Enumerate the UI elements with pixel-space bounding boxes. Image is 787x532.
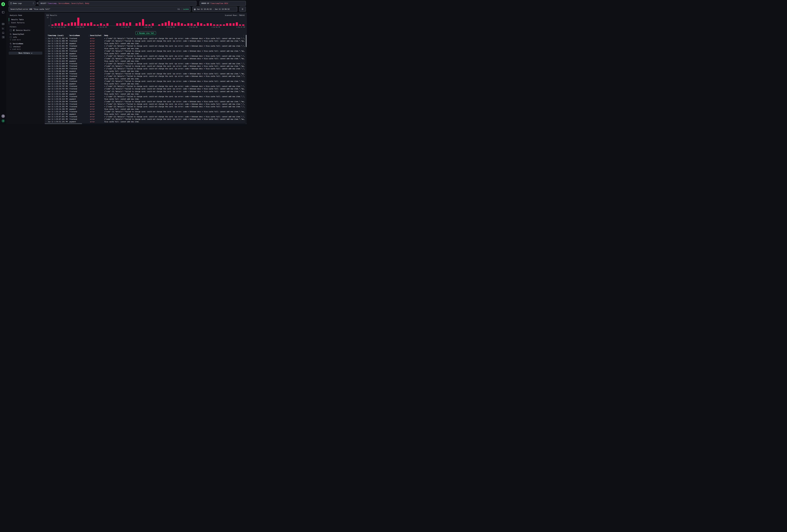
expand-chevron-icon[interactable] <box>45 96 48 97</box>
histogram-bar[interactable] <box>223 24 225 26</box>
expand-chevron-icon[interactable] <box>45 40 48 42</box>
histogram-bar[interactable] <box>187 23 189 26</box>
time-range-picker[interactable]: Jun 11 13:41:52 - Jun 11 13:56:52 <box>192 7 237 12</box>
source-settings-gear-icon[interactable]: ⚙ <box>37 2 39 4</box>
results-histogram[interactable] <box>51 18 245 26</box>
histogram-bar[interactable] <box>152 23 154 26</box>
mode-event-patterns[interactable]: Event Patterns <box>9 21 43 24</box>
log-row[interactable]: Jun 11 1:56:08.955 PM frontend error {"c… <box>45 72 246 75</box>
histogram-bar[interactable] <box>64 24 66 26</box>
search-icon[interactable] <box>10 43 12 45</box>
app-logo[interactable] <box>1 2 5 6</box>
histogram-bar[interactable] <box>139 22 141 26</box>
histogram-bar[interactable] <box>103 24 105 26</box>
expand-chevron-icon[interactable] <box>45 78 48 80</box>
log-row[interactable]: Jun 11 1:55:51.448 PM payment error Visa… <box>45 93 246 95</box>
expand-chevron-icon[interactable] <box>45 121 48 123</box>
log-row[interactable]: Jun 11 1:55:39.330 PM frontend error {"c… <box>45 100 246 103</box>
expand-chevron-icon[interactable] <box>45 98 48 100</box>
column-resize-handle[interactable] <box>68 35 68 37</box>
histogram-bar[interactable] <box>106 23 108 26</box>
help-button[interactable]: ? <box>1 114 5 118</box>
log-row[interactable]: Jun 11 1:56:42.995 PM payment error Visa… <box>45 47 246 50</box>
histogram-bar[interactable] <box>216 24 218 26</box>
histogram-bar[interactable] <box>129 22 131 26</box>
histogram-bar[interactable] <box>97 24 99 26</box>
expand-chevron-icon[interactable] <box>45 119 48 120</box>
log-row[interactable]: Jun 11 1:56:08.956 PM frontend error × {… <box>45 67 246 70</box>
select-clause-input[interactable]: SELECT Timestamp, ServiceName, SeverityT… <box>39 1 196 6</box>
expand-chevron-icon[interactable] <box>45 81 48 82</box>
histogram-bar[interactable] <box>123 22 125 26</box>
filter-option-checkout[interactable]: checkout <box>10 46 42 48</box>
log-row[interactable]: Jun 11 1:55:51.454 PM frontend error × {… <box>45 95 246 98</box>
log-row[interactable]: Jun 11 1:56:03.254 PM frontend error × {… <box>45 75 246 78</box>
log-row[interactable]: Jun 11 1:56:32.849 PM frontend error × {… <box>45 62 246 65</box>
histogram-bar[interactable] <box>219 24 221 26</box>
histogram-bar[interactable] <box>93 24 95 26</box>
histogram-bar[interactable] <box>226 23 228 26</box>
histogram-bar[interactable] <box>177 22 179 26</box>
expand-chevron-icon[interactable] <box>45 60 48 62</box>
expand-chevron-icon[interactable] <box>45 93 48 95</box>
expand-chevron-icon[interactable] <box>45 113 48 115</box>
expand-chevron-icon[interactable] <box>45 43 48 44</box>
horizontal-scrollbar-thumb[interactable] <box>45 123 82 124</box>
histogram-bar[interactable] <box>61 22 63 26</box>
log-row[interactable]: Jun 11 1:55:51.452 PM frontend error {"c… <box>45 90 246 93</box>
histogram-bar[interactable] <box>242 24 244 26</box>
log-row[interactable]: Jun 11 1:55:59.760 PM payment error Visa… <box>45 83 246 85</box>
log-row[interactable]: Jun 11 1:56:03.248 PM payment error Visa… <box>45 78 246 80</box>
expand-chevron-icon[interactable] <box>45 83 48 85</box>
load-more-severitytext[interactable]: Load more <box>10 39 42 41</box>
denoise-checkbox[interactable] <box>10 29 12 31</box>
search-icon[interactable] <box>10 34 12 35</box>
expand-chevron-icon[interactable] <box>45 68 48 69</box>
expand-chevron-icon[interactable] <box>45 48 48 49</box>
histogram-bar[interactable] <box>229 23 231 26</box>
histogram-bar[interactable] <box>90 22 92 26</box>
log-row[interactable]: Jun 11 1:56:38.534 PM payment error Visa… <box>45 52 246 55</box>
expand-chevron-icon[interactable] <box>45 53 48 54</box>
log-row[interactable]: Jun 11 1:56:51.975 PM payment error Visa… <box>45 42 246 45</box>
histogram-bar[interactable] <box>77 18 79 26</box>
expand-chevron-icon[interactable] <box>45 86 48 87</box>
histogram-bar[interactable] <box>239 24 241 26</box>
histogram-bar[interactable] <box>148 24 150 26</box>
order-by-input[interactable]: ORDER BY TimestampTime DESC <box>199 1 246 6</box>
load-more-servicename[interactable]: Load more <box>10 48 42 50</box>
histogram-bar[interactable] <box>71 22 73 26</box>
log-row[interactable]: Jun 11 1:56:08.948 PM payment error Visa… <box>45 70 246 72</box>
log-row[interactable]: Jun 11 1:55:59.767 PM frontend error × {… <box>45 85 246 88</box>
histogram-bar[interactable] <box>142 19 144 26</box>
expand-chevron-icon[interactable] <box>45 103 48 105</box>
histogram-bar[interactable] <box>55 23 57 26</box>
expand-chevron-icon[interactable] <box>45 116 48 118</box>
log-row[interactable]: Jun 11 1:55:59.765 PM frontend error {"c… <box>45 88 246 90</box>
expand-chevron-icon[interactable] <box>45 58 48 59</box>
histogram-bar[interactable] <box>194 24 196 26</box>
column-header-severitytext[interactable]: SeverityText <box>90 35 101 36</box>
histogram-bar[interactable] <box>126 23 128 26</box>
log-row[interactable]: Jun 11 1:56:03.252 PM frontend error {"c… <box>45 80 246 83</box>
sessions-laptop-icon[interactable] <box>2 31 4 34</box>
log-row[interactable]: Jun 11 1:56:43.001 PM frontend error × {… <box>45 45 246 47</box>
expand-chevron-icon[interactable] <box>45 70 48 72</box>
log-row[interactable]: Jun 11 1:55:07.841 PM frontend error × {… <box>45 115 246 118</box>
histogram-bar[interactable] <box>168 21 170 26</box>
horizontal-scrollbar[interactable] <box>45 123 246 124</box>
sidebar-toggle-icon[interactable] <box>2 11 4 14</box>
filter-checkbox[interactable] <box>10 46 12 48</box>
column-header-servicename[interactable]: ServiceName <box>69 35 80 36</box>
log-row[interactable]: Jun 11 1:55:39.324 PM payment error Visa… <box>45 98 246 100</box>
log-row[interactable]: Jun 11 1:56:32.843 PM payment error Visa… <box>45 60 246 62</box>
column-resize-handle[interactable] <box>103 35 103 37</box>
log-row[interactable]: Jun 11 1:55:07.835 PM frontend error {"c… <box>45 118 246 121</box>
histogram-bar[interactable] <box>74 22 76 26</box>
histogram-bar[interactable] <box>210 23 212 26</box>
log-row[interactable]: Jun 11 1:55:16.296 PM payment error Visa… <box>45 108 246 110</box>
expand-chevron-icon[interactable] <box>45 50 48 52</box>
histogram-bar[interactable] <box>165 22 167 26</box>
expand-chevron-icon[interactable] <box>45 88 48 89</box>
run-query-button[interactable] <box>239 7 246 12</box>
